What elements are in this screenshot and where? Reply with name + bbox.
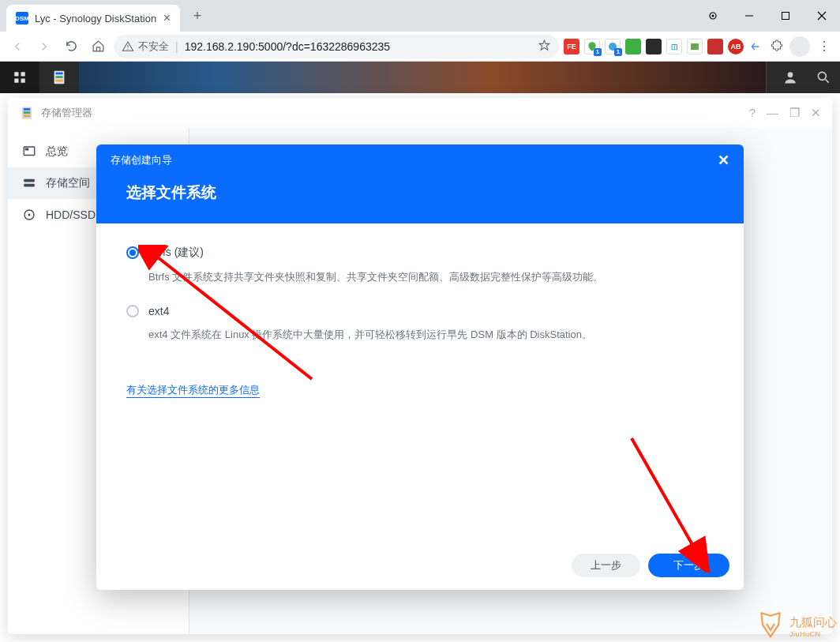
svg-rect-13 — [21, 79, 25, 83]
modal-body: Btrfs (建议) Btrfs 文件系统支持共享文件夹快照和复制、共享文件夹空… — [96, 223, 744, 541]
watermark-name: 九狐问心 — [789, 615, 837, 630]
grid-icon — [13, 70, 27, 84]
dsm-user-button[interactable] — [774, 62, 807, 93]
ext-icon-6[interactable]: ◫ — [666, 39, 682, 54]
search-icon — [816, 69, 831, 85]
svg-point-7 — [127, 48, 128, 49]
ext-icon-2[interactable]: 1 — [584, 39, 600, 54]
close-window-button[interactable] — [804, 3, 840, 28]
svg-rect-27 — [24, 179, 35, 182]
window-title: 存储管理器 — [41, 106, 92, 120]
browser-toolbar: 不安全 | 192.168.2.190:5000/?dc=16322869632… — [0, 32, 840, 62]
browser-tab[interactable]: DSM Lyc - Synology DiskStation × — [6, 5, 180, 32]
more-info-link[interactable]: 有关选择文件系统的更多信息 — [126, 383, 260, 398]
profile-avatar[interactable] — [789, 36, 810, 57]
dsm-desktop-background — [79, 62, 766, 93]
ext-icon-4[interactable] — [625, 39, 641, 54]
next-button[interactable]: 下一步 — [648, 554, 729, 577]
dsm-main-menu-button[interactable] — [0, 62, 39, 93]
radio-ext4-label: ext4 — [148, 305, 169, 317]
svg-rect-24 — [24, 115, 30, 118]
sidebar-overview-label: 总览 — [46, 145, 68, 159]
dsm-search-button[interactable] — [807, 62, 840, 93]
svg-rect-28 — [24, 184, 35, 187]
watermark-pinyin: JiuHuCN — [789, 630, 837, 638]
watermark: 九狐问心 JiuHuCN — [755, 610, 837, 642]
svg-rect-12 — [14, 79, 18, 83]
storage-icon — [51, 69, 68, 86]
browser-menu-button[interactable]: ⋮ — [815, 39, 834, 54]
svg-line-20 — [826, 80, 829, 83]
radio-btrfs-desc: Btrfs 文件系统支持共享文件夹快照和复制、共享文件夹空间配额、高级数据完整性… — [148, 269, 714, 286]
sidebar-hdd-label: HDD/SSD — [46, 208, 96, 221]
app-indicator-icon[interactable] — [695, 3, 731, 28]
ext-icon-8[interactable] — [707, 39, 723, 54]
radio-btrfs[interactable] — [126, 246, 139, 259]
modal-wizard-title: 存储创建向导 — [111, 153, 172, 167]
svg-rect-22 — [24, 108, 30, 111]
ext-icon-abp[interactable]: AB — [728, 39, 744, 54]
address-bar[interactable]: 不安全 | 192.168.2.190:5000/?dc=16322869632… — [114, 35, 559, 58]
window-close-icon[interactable]: ✕ — [811, 106, 821, 120]
svg-rect-17 — [55, 80, 62, 82]
insecure-warning: 不安全 — [122, 39, 169, 54]
modal-heading: 选择文件系统 — [96, 176, 744, 223]
svg-rect-23 — [24, 111, 30, 114]
bookmark-star-icon[interactable] — [538, 39, 551, 54]
favicon-icon: DSM — [16, 12, 28, 24]
svg-point-19 — [818, 72, 826, 80]
window-help-icon[interactable]: ? — [749, 106, 756, 120]
volume-icon — [22, 176, 36, 190]
new-tab-button[interactable]: + — [186, 5, 208, 27]
dsm-separator — [766, 62, 774, 93]
ext-icon-7[interactable] — [687, 39, 703, 54]
hdd-icon — [22, 208, 36, 222]
modal-close-button[interactable]: ✕ — [718, 152, 729, 169]
maximize-button[interactable] — [767, 3, 804, 28]
prev-button[interactable]: 上一步 — [572, 554, 640, 577]
forward-button[interactable] — [33, 36, 55, 58]
extensions-puzzle-icon[interactable] — [769, 39, 785, 54]
ext-icon-5[interactable] — [646, 39, 662, 54]
svg-point-30 — [28, 214, 31, 216]
svg-rect-11 — [21, 72, 25, 76]
minimize-button[interactable] — [731, 3, 767, 28]
radio-ext4[interactable] — [126, 305, 139, 317]
dsm-topbar — [0, 62, 840, 93]
extension-icons: FE 1 1 ◫ AB ⋮ — [564, 36, 834, 57]
url-text: 192.168.2.190:5000/?dc=1632286963235 — [185, 40, 390, 53]
tab-close-icon[interactable]: × — [163, 11, 171, 25]
svg-rect-16 — [55, 76, 62, 78]
radio-ext4-desc: ext4 文件系统在 Linux 操作系统中大量使用，并可轻松移转到运行早先 D… — [148, 327, 714, 344]
modal-footer: 上一步 下一步 — [96, 541, 744, 590]
home-button[interactable] — [87, 36, 109, 58]
storage-manager-icon — [19, 105, 35, 121]
warning-icon — [122, 40, 134, 53]
window-header: 存储管理器 ? — ❐ ✕ — [8, 98, 832, 128]
svg-rect-26 — [25, 148, 29, 151]
browser-chrome: DSM Lyc - Synology DiskStation × + — [0, 0, 840, 62]
radio-btrfs-label: Btrfs (建议) — [148, 246, 204, 260]
svg-point-18 — [788, 72, 793, 77]
back-button[interactable] — [6, 36, 28, 58]
filesystem-option-ext4[interactable]: ext4 ext4 文件系统在 Linux 操作系统中大量使用，并可轻松移转到运… — [126, 305, 714, 344]
sidebar-storage-label: 存储空间 — [46, 176, 90, 190]
filesystem-option-btrfs[interactable]: Btrfs (建议) Btrfs 文件系统支持共享文件夹快照和复制、共享文件夹空… — [126, 246, 714, 286]
fox-logo-icon — [755, 610, 786, 642]
insecure-label: 不安全 — [138, 39, 169, 54]
window-controls — [695, 3, 840, 28]
svg-rect-9 — [691, 43, 699, 50]
window-maximize-icon[interactable]: ❐ — [789, 106, 800, 120]
storage-creation-wizard-modal: 存储创建向导 ✕ 选择文件系统 Btrfs (建议) Btrfs 文件系统支持共… — [96, 145, 744, 590]
reload-button[interactable] — [60, 36, 82, 58]
ext-icon-1[interactable]: FE — [564, 39, 579, 54]
ext-icon-3[interactable]: 1 — [605, 39, 621, 54]
svg-point-1 — [712, 15, 714, 17]
svg-rect-3 — [782, 13, 789, 20]
browser-titlebar: DSM Lyc - Synology DiskStation × + — [0, 0, 840, 32]
overview-icon — [22, 145, 36, 159]
window-minimize-icon[interactable]: — — [767, 106, 778, 120]
ext-icon-9[interactable] — [748, 39, 764, 54]
user-icon — [782, 69, 798, 85]
dsm-storage-manager-button[interactable] — [39, 62, 79, 93]
